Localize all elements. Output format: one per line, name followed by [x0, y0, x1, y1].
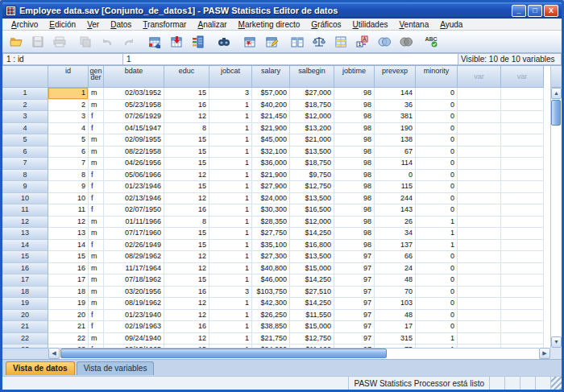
cell-educ-row3[interactable]: 12: [164, 111, 209, 123]
cell-minority-row2[interactable]: 0: [416, 100, 458, 112]
row-number[interactable]: 4: [2, 123, 48, 135]
cell-bdate-row4[interactable]: 04/15/1947: [104, 123, 164, 135]
cell-bdate-row3[interactable]: 07/26/1929: [104, 111, 164, 123]
cell-educ-row17[interactable]: 15: [164, 274, 209, 287]
cell-jobcat-row22[interactable]: 1: [209, 333, 252, 345]
cell-jobtime-row6[interactable]: 98: [334, 146, 375, 159]
cell-salary-row3[interactable]: $21,450: [252, 111, 290, 123]
cell-prevexp-row14[interactable]: 137: [375, 240, 416, 252]
cell-id-row10[interactable]: 10: [48, 193, 89, 205]
cell-salbegin-row15[interactable]: $13,500: [290, 251, 334, 263]
cell-minority-row8[interactable]: 0: [416, 170, 458, 182]
split-file-icon[interactable]: [287, 32, 308, 52]
cell-educ-row7[interactable]: 15: [164, 158, 209, 170]
cell-educ-row8[interactable]: 12: [164, 170, 209, 182]
cell-gender-row8[interactable]: f: [89, 170, 104, 182]
cell-bdate-row6[interactable]: 08/22/1958: [104, 146, 164, 159]
cell-educ-row5[interactable]: 15: [164, 134, 209, 146]
cell-minority-row4[interactable]: 0: [416, 123, 458, 135]
row-number[interactable]: 13: [2, 228, 48, 240]
row-number[interactable]: 23: [2, 345, 48, 348]
row-number[interactable]: 19: [2, 298, 48, 310]
cell-var-row18[interactable]: [501, 287, 544, 299]
cell-gender-row7[interactable]: m: [89, 158, 104, 170]
cell-minority-row6[interactable]: 0: [416, 146, 458, 159]
cell-var-row22[interactable]: [501, 333, 544, 345]
cell-var-row15[interactable]: [501, 251, 544, 263]
cell-bdate-row2[interactable]: 05/23/1958: [104, 100, 164, 112]
cell-minority-row5[interactable]: 0: [416, 134, 458, 146]
cell-gender-row22[interactable]: m: [89, 333, 104, 345]
cell-id-row20[interactable]: 20: [48, 310, 89, 322]
cell-educ-row1[interactable]: 15: [164, 88, 209, 100]
scroll-left-button[interactable]: ◀: [48, 348, 60, 359]
cell-jobtime-row21[interactable]: 97: [334, 321, 375, 333]
cell-prevexp-row19[interactable]: 103: [375, 298, 416, 310]
show-all-variables-icon[interactable]: [396, 32, 417, 52]
menu-archivo[interactable]: Archivo: [6, 19, 44, 31]
cell-var-row4[interactable]: [501, 123, 544, 135]
cell-prevexp-row3[interactable]: 381: [375, 111, 416, 123]
cell-educ-row21[interactable]: 16: [164, 321, 209, 333]
cell-bdate-row8[interactable]: 05/06/1966: [104, 170, 164, 182]
cell-educ-row15[interactable]: 12: [164, 251, 209, 263]
cell-var-row21[interactable]: [501, 321, 544, 333]
row-number[interactable]: 21: [2, 321, 48, 333]
cell-var-row10[interactable]: [458, 193, 501, 205]
cell-jobcat-row6[interactable]: 1: [209, 146, 252, 159]
row-number[interactable]: 15: [2, 251, 48, 263]
cell-gender-row11[interactable]: f: [89, 204, 104, 217]
row-number[interactable]: 10: [2, 193, 48, 205]
scroll-up-button[interactable]: ▲: [551, 88, 562, 99]
cell-salbegin-row17[interactable]: $14,250: [290, 274, 334, 287]
cell-jobtime-row14[interactable]: 98: [334, 240, 375, 252]
cell-jobcat-row2[interactable]: 1: [209, 100, 252, 112]
cell-minority-row20[interactable]: 0: [416, 310, 458, 322]
cell-gender-row16[interactable]: m: [89, 263, 104, 275]
cell-jobtime-row19[interactable]: 97: [334, 298, 375, 310]
cell-id-row3[interactable]: 3: [48, 111, 89, 123]
cell-id-row11[interactable]: 11: [48, 204, 89, 217]
row-number[interactable]: 3: [2, 111, 48, 123]
cell-salary-row12[interactable]: $28,350: [252, 217, 290, 229]
cell-jobcat-row13[interactable]: 1: [209, 228, 252, 240]
cell-id-row9[interactable]: 9: [48, 181, 89, 193]
cell-gender-row15[interactable]: m: [89, 251, 104, 263]
row-number[interactable]: 12: [2, 217, 48, 229]
cell-bdate-row1[interactable]: 02/03/1952: [104, 88, 164, 100]
cell-salbegin-row5[interactable]: $21,000: [290, 134, 334, 146]
cell-prevexp-row22[interactable]: 315: [375, 333, 416, 345]
cell-bdate-row14[interactable]: 02/26/1949: [104, 240, 164, 252]
horizontal-scrollbar[interactable]: ◀ ▶: [2, 348, 562, 359]
cell-bdate-row10[interactable]: 02/13/1946: [104, 193, 164, 205]
cell-gender-row20[interactable]: f: [89, 310, 104, 322]
cell-jobcat-row3[interactable]: 1: [209, 111, 252, 123]
cell-var-row17[interactable]: [501, 274, 544, 287]
value-labels-icon[interactable]: 1A: [352, 32, 373, 52]
cell-id-row12[interactable]: 12: [48, 217, 89, 229]
cell-salbegin-row14[interactable]: $16,800: [290, 240, 334, 252]
cell-jobcat-row4[interactable]: 1: [209, 123, 252, 135]
cell-var-row16[interactable]: [458, 263, 501, 275]
cell-salbegin-row2[interactable]: $18,750: [290, 100, 334, 112]
cell-id-row1[interactable]: 1: [48, 88, 89, 100]
cell-var-row1[interactable]: [458, 88, 501, 100]
cell-prevexp-row9[interactable]: 115: [375, 181, 416, 193]
cell-educ-row19[interactable]: 12: [164, 298, 209, 310]
cell-prevexp-row11[interactable]: 143: [375, 204, 416, 217]
find-icon[interactable]: [214, 32, 234, 52]
cell-var-row22[interactable]: [458, 333, 501, 345]
horizontal-scroll-thumb[interactable]: [60, 349, 387, 358]
cell-jobtime-row10[interactable]: 98: [334, 193, 375, 205]
cell-var-row7[interactable]: [501, 158, 544, 170]
vertical-scrollbar[interactable]: ▲ ▼: [550, 66, 562, 348]
cell-prevexp-row16[interactable]: 24: [375, 263, 416, 275]
cell-minority-row11[interactable]: 0: [416, 204, 458, 217]
cell-salary-row19[interactable]: $42,300: [252, 298, 290, 310]
row-number[interactable]: 17: [2, 274, 48, 287]
cell-jobtime-row17[interactable]: 97: [334, 274, 375, 287]
cell-jobtime-row12[interactable]: 98: [334, 217, 375, 229]
cell-reference[interactable]: 1 : id: [2, 53, 123, 65]
cell-bdate-row21[interactable]: 02/19/1963: [104, 321, 164, 333]
cell-prevexp-row5[interactable]: 138: [375, 134, 416, 146]
